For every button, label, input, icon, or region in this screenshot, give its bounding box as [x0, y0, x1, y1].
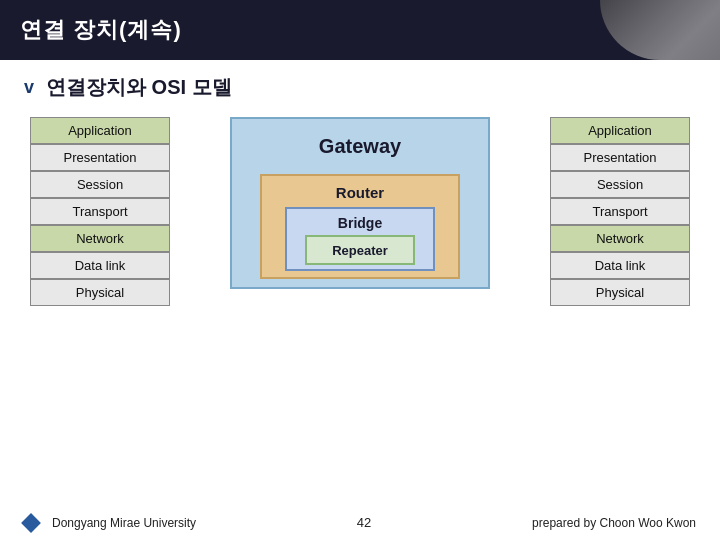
- subtitle-bar: v 연결장치와 OSI 모델: [0, 60, 720, 107]
- osi-left-column: ApplicationPresentationSessionTransportN…: [30, 117, 170, 306]
- page-number: 42: [357, 515, 371, 530]
- osi-layer-right-physical: Physical: [550, 279, 690, 306]
- gateway-box: Gateway Router Bridge Repeater: [230, 117, 490, 289]
- osi-layer-left-presentation: Presentation: [30, 144, 170, 171]
- osi-layer-right-session: Session: [550, 171, 690, 198]
- osi-layer-left-session: Session: [30, 171, 170, 198]
- footer: Dongyang Mirae University 42 prepared by…: [0, 515, 720, 530]
- subtitle-text: 연결장치와 OSI 모델: [46, 74, 232, 101]
- footer-left: Dongyang Mirae University: [24, 516, 196, 530]
- header: 연결 장치(계속): [0, 0, 720, 60]
- page-title: 연결 장치(계속): [20, 15, 182, 45]
- prepared-by: prepared by Choon Woo Kwon: [532, 516, 696, 530]
- osi-layer-right-data-link: Data link: [550, 252, 690, 279]
- router-box: Router Bridge Repeater: [260, 174, 460, 279]
- osi-right-column: ApplicationPresentationSessionTransportN…: [550, 117, 690, 306]
- bullet-icon: v: [24, 77, 34, 98]
- osi-layer-right-presentation: Presentation: [550, 144, 690, 171]
- repeater-label: Repeater: [332, 243, 388, 258]
- osi-layer-left-transport: Transport: [30, 198, 170, 225]
- university-name: Dongyang Mirae University: [52, 516, 196, 530]
- router-label: Router: [336, 184, 384, 201]
- diagram-area: ApplicationPresentationSessionTransportN…: [0, 107, 720, 397]
- bridge-label: Bridge: [338, 215, 382, 231]
- osi-layer-left-data-link: Data link: [30, 252, 170, 279]
- header-decoration: [600, 0, 720, 60]
- repeater-box: Repeater: [305, 235, 415, 265]
- diamond-icon: [21, 513, 41, 533]
- osi-layer-left-application: Application: [30, 117, 170, 144]
- osi-layer-right-network: Network: [550, 225, 690, 252]
- osi-layer-left-physical: Physical: [30, 279, 170, 306]
- osi-layer-left-network: Network: [30, 225, 170, 252]
- osi-layer-right-transport: Transport: [550, 198, 690, 225]
- bridge-box: Bridge Repeater: [285, 207, 435, 271]
- gateway-label: Gateway: [299, 129, 421, 164]
- osi-layer-right-application: Application: [550, 117, 690, 144]
- gateway-area: Gateway Router Bridge Repeater: [170, 117, 550, 289]
